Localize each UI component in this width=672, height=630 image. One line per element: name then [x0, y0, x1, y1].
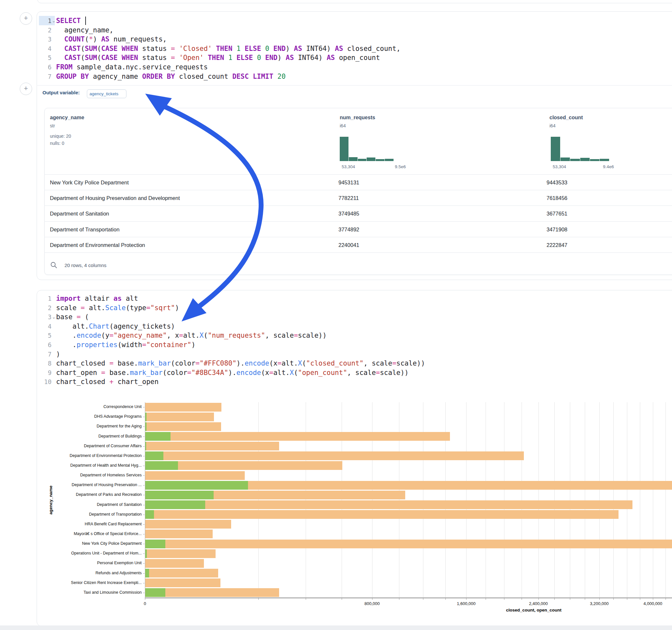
histogram-num-requests — [340, 137, 393, 161]
x-axis-tick-label: 800,000 — [364, 601, 380, 606]
histogram-max-num-requests: 9.5e6 — [395, 164, 406, 169]
x-axis-tick — [446, 598, 446, 600]
row-count-label: 20 rows, 4 columns — [65, 263, 106, 268]
y-axis-label: Department of Parks and Recreation — [41, 492, 142, 497]
y-axis-tick — [143, 427, 145, 427]
table-row[interactable]: Department of Transportation377489234719… — [45, 221, 672, 237]
y-axis-tick — [143, 524, 145, 525]
gridline — [342, 402, 342, 598]
code-line[interactable]: chart_closed + chart_open — [56, 377, 159, 386]
histogram-bar — [376, 159, 384, 161]
code-line[interactable]: import altair as alt — [56, 294, 138, 303]
y-axis-label: Mayorâ€ s Office of Special Enforce... — [41, 532, 142, 536]
gridline — [522, 402, 522, 598]
x-axis-tick — [258, 598, 259, 600]
x-axis-tick-label: 0 — [144, 601, 146, 606]
bar-closed — [145, 510, 619, 519]
line-number: 5 — [37, 53, 51, 62]
gridline — [613, 402, 614, 598]
code-line[interactable]: chart_open = base.mark_bar(color="#8BC34… — [56, 368, 408, 377]
line-number: 4 — [37, 44, 51, 53]
histogram-bar — [358, 159, 367, 161]
code-line[interactable]: COUNT(*) AS num_requests, — [56, 35, 167, 44]
add-cell-button-middle[interactable]: + — [20, 83, 32, 95]
y-axis-tick — [143, 476, 145, 476]
x-axis-tick — [538, 598, 539, 600]
output-variable-tag[interactable]: agency_tickets — [87, 90, 126, 98]
x-axis-tick-label: 2,400,000 — [529, 601, 548, 606]
python-cell: 1import altair as alt2scale = alt.Scale(… — [37, 290, 672, 626]
x-axis-line — [145, 598, 672, 598]
y-axis-tick — [143, 505, 145, 505]
closed-count-cell: 3677651 — [547, 211, 567, 217]
y-axis-tick — [143, 515, 145, 515]
y-axis-tick — [143, 466, 145, 466]
search-icon[interactable] — [50, 261, 58, 269]
histogram-bar — [551, 137, 560, 161]
x-axis-tick — [145, 598, 145, 600]
code-line[interactable]: ) — [56, 350, 60, 359]
y-axis-label: Department of Health and Mental Hyg... — [41, 463, 142, 468]
bar-closed — [145, 549, 216, 558]
y-axis-label: Department of Buildings — [41, 434, 142, 438]
num-requests-cell: 3749485 — [338, 211, 359, 217]
table-body: New York City Police Department945313194… — [45, 174, 672, 252]
x-axis-tick — [570, 598, 570, 600]
x-axis-tick — [613, 598, 614, 600]
y-axis-tick — [143, 437, 145, 437]
table-row[interactable]: Department of Environmental Protection22… — [45, 237, 672, 253]
bar-closed — [145, 452, 524, 460]
histogram-bar — [600, 159, 609, 161]
code-line[interactable]: chart_closed = base.mark_bar(color="#FFC… — [56, 359, 425, 368]
histogram-bar — [340, 137, 349, 161]
result-table: agency_name str unique: 20 nulls: 0 num_… — [44, 108, 672, 275]
code-line[interactable]: SELECT — [56, 16, 85, 25]
x-axis-tick — [504, 598, 504, 600]
x-axis-title: closed_count, open_count — [506, 608, 561, 612]
x-axis-tick — [522, 598, 522, 600]
y-axis-label: Department for the Aging — [41, 424, 142, 429]
code-line[interactable]: agency_name, — [56, 26, 114, 35]
code-line[interactable]: base = ( — [56, 312, 89, 321]
line-number: 7 — [37, 350, 51, 359]
gridline — [423, 402, 423, 598]
code-line[interactable]: .encode(y="agency_name", x=alt.X("num_re… — [56, 331, 327, 340]
code-fold-chevron-icon[interactable]: ⌄ — [52, 312, 56, 321]
table-row[interactable]: New York City Police Department945313194… — [45, 174, 672, 190]
table-row[interactable]: Department of Sanitation37494853677651 — [45, 205, 672, 221]
code-line[interactable]: CAST(SUM(CASE WHEN status = 'Open' THEN … — [56, 53, 380, 62]
code-line[interactable]: FROM sample_data.nyc.service_requests — [56, 63, 208, 72]
y-axis-tick — [143, 534, 145, 534]
code-line[interactable]: alt.Chart(agency_tickets) — [56, 322, 175, 331]
gridline — [486, 402, 486, 598]
bar-closed — [145, 471, 245, 480]
bar-closed — [145, 500, 632, 509]
code-line[interactable]: scale = alt.Scale(type="sqrt") — [56, 303, 179, 312]
x-axis-tick — [640, 598, 640, 600]
agency-name-cell: Department of Transportation — [50, 226, 120, 232]
column-null-count: nulls: 0 — [50, 141, 64, 146]
add-cell-button-top[interactable]: + — [20, 12, 32, 25]
gridline — [306, 402, 306, 598]
histogram-bar — [570, 159, 580, 161]
y-axis-label: Senior Citizen Rent Increase Exempti... — [41, 580, 142, 585]
code-line[interactable]: CAST(SUM(CASE WHEN status = 'Closed' THE… — [56, 44, 400, 53]
table-row[interactable]: Department of Housing Preservation and D… — [45, 190, 672, 206]
x-axis-tick — [423, 598, 423, 600]
sql-code-editor[interactable]: 1⌄SELECT 2 agency_name,3 COUNT(*) AS num… — [37, 12, 672, 85]
y-axis-label: Department of Transportation — [41, 512, 142, 516]
code-fold-chevron-icon[interactable]: ⌄ — [52, 16, 56, 25]
line-number: 3 — [37, 312, 51, 321]
line-number: 4 — [37, 322, 51, 331]
closed-count-cell: 3471908 — [547, 226, 567, 232]
python-code-editor[interactable]: 1import altair as alt2scale = alt.Scale(… — [37, 290, 672, 388]
agency-name-cell: Department of Housing Preservation and D… — [50, 195, 180, 201]
histogram-min-closed-count: 53,304 — [553, 164, 566, 169]
bar-closed — [145, 403, 221, 412]
code-line[interactable]: GROUP BY agency_name ORDER BY closed_cou… — [56, 72, 286, 81]
bar-closed — [145, 422, 221, 431]
bar-open — [145, 510, 154, 519]
line-number: 6 — [37, 63, 51, 72]
code-line[interactable]: .properties(width="container") — [56, 340, 195, 349]
column-header-num-requests: num_requests — [340, 115, 375, 121]
